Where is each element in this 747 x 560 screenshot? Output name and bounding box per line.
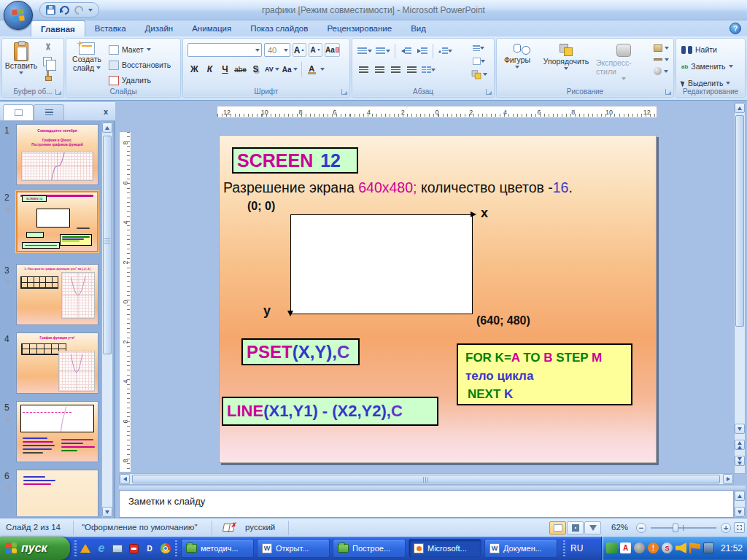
strikethrough-button[interactable]: abe bbox=[233, 63, 247, 77]
tray-icon-speaker[interactable] bbox=[676, 542, 686, 553]
tab-outline[interactable] bbox=[34, 104, 64, 120]
taskbar-window-word-2[interactable]: Докумен... bbox=[484, 539, 557, 558]
zoom-in-button[interactable]: + bbox=[721, 523, 731, 533]
save-icon[interactable] bbox=[46, 5, 55, 15]
previous-slide-button[interactable] bbox=[735, 440, 745, 450]
slide-thumbnail-3[interactable]: 1. Построить график функции y=x² на [-2;… bbox=[16, 264, 98, 325]
fit-to-window-button[interactable] bbox=[734, 522, 745, 533]
slideshow-view-button[interactable] bbox=[584, 521, 601, 534]
quicklaunch-internet-explorer-icon[interactable]: e bbox=[95, 542, 108, 555]
align-right-button[interactable] bbox=[389, 63, 403, 77]
font-size-combo[interactable]: 40 bbox=[264, 43, 290, 57]
language-indicator[interactable]: русский bbox=[245, 523, 275, 532]
drawing-dialog-launcher[interactable] bbox=[665, 89, 671, 95]
font-color-dropdown-icon[interactable] bbox=[320, 68, 325, 71]
underline-button[interactable]: Ч bbox=[218, 63, 232, 77]
align-center-button[interactable] bbox=[373, 63, 387, 77]
copy-icon[interactable] bbox=[43, 57, 52, 66]
char-spacing-button[interactable]: AV bbox=[264, 63, 280, 77]
scroll-down-icon[interactable] bbox=[735, 507, 745, 517]
tab-insert[interactable]: Вставка bbox=[85, 20, 136, 36]
tray-icon-flag[interactable] bbox=[689, 542, 700, 553]
align-left-button[interactable] bbox=[357, 63, 371, 77]
quicklaunch-app-d-icon[interactable]: D bbox=[143, 542, 156, 555]
office-button[interactable] bbox=[4, 1, 33, 30]
scroll-up-icon[interactable] bbox=[735, 103, 745, 113]
delete-slide-button[interactable]: Удалить bbox=[109, 74, 171, 87]
align-text-button[interactable] bbox=[469, 56, 488, 66]
tray-icon-scheduler[interactable]: S bbox=[662, 542, 673, 553]
tray-icon-volume-manager[interactable] bbox=[634, 542, 645, 553]
quicklaunch-show-desktop-icon[interactable] bbox=[111, 542, 124, 555]
scroll-up-icon[interactable] bbox=[735, 491, 745, 501]
taskbar-window-folder-1[interactable]: методич... bbox=[181, 539, 254, 558]
vertical-scrollbar-thumb[interactable] bbox=[735, 115, 744, 327]
shape-fill-button[interactable] bbox=[654, 44, 669, 52]
new-slide-button[interactable]: Создать слайд bbox=[69, 42, 104, 72]
slide-sorter-button[interactable] bbox=[567, 521, 584, 534]
taskbar-window-powerpoint[interactable]: Microsoft... bbox=[409, 539, 481, 558]
tray-icon-display[interactable] bbox=[703, 542, 714, 553]
tray-icon-pdf[interactable]: A bbox=[620, 542, 631, 553]
shrink-font-button[interactable]: A bbox=[309, 43, 322, 57]
keyboard-language-indicator[interactable]: RU bbox=[570, 543, 583, 553]
clipboard-dialog-launcher[interactable] bbox=[55, 89, 61, 95]
tab-slideshow[interactable]: Показ слайдов bbox=[241, 20, 317, 36]
replace-button[interactable]: abЗаменить bbox=[681, 60, 733, 73]
zoom-out-button[interactable]: − bbox=[636, 523, 646, 533]
tab-review[interactable]: Рецензирование bbox=[317, 20, 401, 36]
horizontal-scrollbar[interactable] bbox=[119, 473, 734, 485]
justify-button[interactable] bbox=[405, 63, 419, 77]
shadow-button[interactable]: S bbox=[249, 63, 263, 77]
resolution-textbox[interactable]: Разрешение экрана 640x480; количество цв… bbox=[223, 179, 573, 196]
cut-icon[interactable] bbox=[43, 43, 53, 52]
screen-12-textbox[interactable]: SCREEN12 bbox=[232, 147, 358, 174]
taskbar-clock[interactable]: 21:52 bbox=[721, 543, 743, 553]
scroll-left-icon[interactable] bbox=[120, 474, 130, 484]
bullets-button[interactable] bbox=[357, 44, 373, 58]
normal-view-button[interactable] bbox=[549, 521, 566, 534]
slide-canvas[interactable]: SCREEN12 Разрешение экрана 640x480; коли… bbox=[219, 135, 657, 463]
notes-scrollbar[interactable] bbox=[734, 490, 746, 518]
format-painter-icon[interactable] bbox=[43, 71, 52, 80]
find-button[interactable]: Найти bbox=[681, 43, 733, 56]
slide-thumbnail-2[interactable]: SCREEN 12 bbox=[16, 191, 98, 252]
quick-styles-button[interactable]: Экспресс-стили bbox=[596, 44, 651, 80]
start-button[interactable]: пуск bbox=[0, 537, 70, 560]
layout-button[interactable]: Макет bbox=[109, 43, 171, 56]
scroll-down-icon[interactable] bbox=[735, 424, 745, 434]
close-panel-icon[interactable]: x bbox=[100, 106, 112, 117]
tab-design[interactable]: Дизайн bbox=[136, 20, 183, 36]
slide-thumbnail-1[interactable]: Семнадцатое октября Графики в Qbasic. По… bbox=[16, 124, 98, 185]
zoom-slider-track[interactable] bbox=[651, 527, 716, 529]
scroll-right-icon[interactable] bbox=[723, 474, 733, 484]
text-direction-button[interactable] bbox=[469, 43, 488, 53]
spellcheck-icon[interactable] bbox=[222, 524, 235, 532]
font-color-button[interactable]: А bbox=[305, 63, 319, 77]
taskbar-window-folder-2[interactable]: Построе... bbox=[333, 539, 406, 558]
tab-slides-thumbnails[interactable] bbox=[3, 104, 34, 120]
clear-formatting-button[interactable]: Aa bbox=[325, 43, 340, 57]
shapes-button[interactable]: Фигуры bbox=[500, 44, 535, 69]
scroll-up-icon[interactable] bbox=[102, 122, 112, 133]
font-dialog-launcher[interactable] bbox=[341, 89, 347, 95]
pset-textbox[interactable]: PSET(X,Y),C bbox=[241, 338, 360, 365]
reset-button[interactable]: Восстановить bbox=[109, 58, 171, 71]
numbering-button[interactable] bbox=[375, 44, 391, 58]
quicklaunch-daemon-icon[interactable] bbox=[79, 542, 92, 555]
slide-thumbnail-4[interactable]: График функции y=x² bbox=[16, 332, 98, 394]
decrease-indent-button[interactable] bbox=[399, 44, 413, 58]
slide-thumbnail-6[interactable] bbox=[16, 470, 98, 516]
tab-animation[interactable]: Анимация bbox=[182, 20, 241, 36]
next-slide-button[interactable] bbox=[735, 456, 745, 466]
paragraph-dialog-launcher[interactable] bbox=[486, 89, 492, 95]
shape-outline-button[interactable] bbox=[654, 56, 669, 63]
line-spacing-button[interactable] bbox=[437, 44, 453, 58]
scroll-down-icon[interactable] bbox=[102, 507, 112, 517]
increase-indent-button[interactable] bbox=[415, 44, 429, 58]
change-case-button[interactable]: Aa bbox=[282, 63, 298, 77]
redo-icon[interactable] bbox=[74, 5, 85, 15]
undo-icon[interactable] bbox=[59, 5, 71, 15]
panel-scrollbar[interactable] bbox=[101, 122, 113, 518]
slide-thumbnail-5[interactable] bbox=[16, 401, 98, 462]
